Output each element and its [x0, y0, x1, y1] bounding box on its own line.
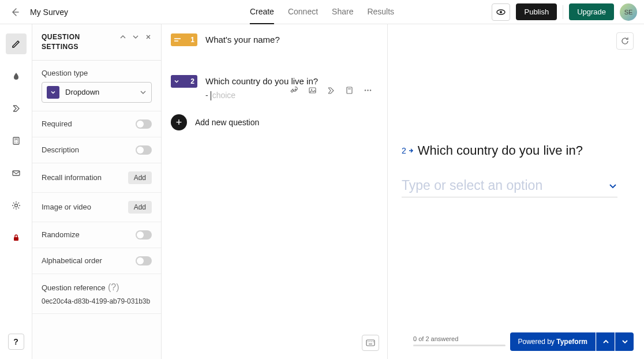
- media-label: Image or video: [42, 203, 91, 211]
- calculator-icon: [12, 136, 21, 145]
- svg-point-18: [367, 89, 368, 91]
- recall-label: Recall information: [42, 173, 102, 182]
- svg-point-21: [368, 341, 368, 342]
- svg-point-6: [14, 142, 16, 143]
- keyboard-icon: [366, 339, 375, 346]
- divider: [563, 5, 563, 19]
- rail-design-icon[interactable]: [6, 66, 27, 87]
- tab-share[interactable]: Share: [332, 0, 353, 24]
- chevron-down-icon: [608, 181, 617, 190]
- close-settings-button[interactable]: [144, 32, 153, 42]
- more-action[interactable]: [363, 85, 372, 95]
- svg-rect-10: [14, 237, 18, 241]
- svg-point-4: [14, 140, 16, 141]
- help-button[interactable]: ?: [8, 334, 24, 350]
- media-add-button[interactable]: Add: [128, 201, 152, 214]
- refresh-preview-button[interactable]: [616, 32, 634, 50]
- lock-icon: [12, 234, 20, 242]
- preview-question-number: 2: [402, 146, 414, 155]
- question-type-value: Dropdown: [65, 88, 140, 96]
- branch-icon: [327, 86, 335, 95]
- arrow-left-icon: [10, 8, 20, 17]
- svg-rect-8: [13, 171, 20, 175]
- rail-content-icon[interactable]: [6, 33, 27, 54]
- plus-icon: +: [171, 114, 187, 130]
- calculator-action[interactable]: [345, 85, 354, 95]
- dropdown-type-icon: [47, 86, 59, 99]
- svg-point-19: [369, 89, 370, 91]
- tab-connect[interactable]: Connect: [288, 0, 318, 24]
- image-icon: [308, 86, 317, 95]
- upgrade-button[interactable]: Upgrade: [569, 3, 614, 20]
- question-badge: 1: [171, 33, 197, 46]
- rail-settings-icon[interactable]: [6, 195, 27, 216]
- drop-icon: [12, 72, 21, 81]
- preview-dropdown-input[interactable]: Type or select an option: [402, 178, 617, 197]
- short-text-icon: [174, 37, 182, 43]
- sidebar-title: QUESTIONSETTINGS: [42, 32, 80, 52]
- branch-icon: [12, 104, 21, 113]
- dropdown-icon: [174, 78, 179, 84]
- preview-placeholder: Type or select an option: [402, 178, 542, 193]
- preview-prev-button[interactable]: [596, 332, 615, 351]
- svg-rect-2: [13, 137, 19, 144]
- pencil-icon: [11, 39, 21, 49]
- chevron-down-icon: [132, 33, 139, 40]
- powered-by-button[interactable]: Powered by Typeform: [510, 332, 596, 351]
- tab-create[interactable]: Create: [250, 0, 274, 24]
- keyboard-shortcuts-button[interactable]: [362, 335, 379, 351]
- envelope-icon: [12, 169, 21, 178]
- prev-question-button[interactable]: [118, 32, 128, 42]
- reference-help-icon[interactable]: (?): [108, 282, 119, 292]
- question-type-select[interactable]: Dropdown: [42, 82, 152, 103]
- svg-rect-20: [366, 340, 375, 346]
- rail-access-icon[interactable]: [6, 227, 27, 248]
- avatar[interactable]: SE: [620, 3, 637, 21]
- eye-icon: [496, 7, 506, 17]
- progress-bar: [413, 345, 506, 346]
- wrench-icon: [290, 86, 298, 95]
- image-action[interactable]: [308, 85, 317, 95]
- chevron-up-icon: [119, 33, 126, 40]
- svg-point-17: [364, 89, 365, 91]
- svg-point-7: [17, 142, 18, 143]
- settings-action[interactable]: [289, 85, 298, 95]
- publish-button[interactable]: Publish: [516, 3, 557, 20]
- logic-action[interactable]: [326, 85, 335, 95]
- back-button[interactable]: [7, 4, 23, 20]
- description-label: Description: [42, 145, 79, 154]
- required-toggle[interactable]: [136, 119, 152, 129]
- preview-next-button[interactable]: [615, 332, 634, 351]
- question-title[interactable]: What's your name?: [205, 35, 280, 44]
- rail-followups-icon[interactable]: [6, 163, 27, 184]
- reference-value: 0ec20c4a-d83b-4199-ab79-031b3b: [42, 297, 152, 305]
- gear-icon: [12, 201, 21, 210]
- preview-button[interactable]: [492, 3, 510, 21]
- chevron-down-icon: [621, 338, 629, 346]
- recall-add-button[interactable]: Add: [128, 171, 152, 184]
- svg-point-9: [14, 204, 17, 207]
- svg-point-23: [371, 341, 372, 342]
- randomize-label: Randomize: [42, 230, 80, 239]
- chevron-up-icon: [602, 338, 610, 346]
- add-question-button[interactable]: + Add new question: [171, 114, 378, 130]
- question-badge: 2: [171, 75, 197, 88]
- description-toggle[interactable]: [136, 145, 152, 155]
- alpha-toggle[interactable]: [136, 256, 152, 265]
- randomize-toggle[interactable]: [136, 230, 152, 240]
- svg-rect-15: [347, 87, 352, 94]
- required-label: Required: [42, 119, 72, 128]
- question-title[interactable]: Which country do you live in?: [205, 76, 318, 86]
- survey-title[interactable]: My Survey: [30, 8, 68, 17]
- close-icon: [145, 33, 152, 40]
- svg-point-14: [311, 89, 312, 90]
- tab-results[interactable]: Results: [367, 0, 394, 24]
- chevron-down-icon: [140, 89, 147, 96]
- rail-calculator-icon[interactable]: [6, 130, 27, 151]
- next-question-button[interactable]: [131, 32, 140, 42]
- rail-logic-icon[interactable]: [6, 98, 27, 119]
- arrow-right-icon: [407, 147, 414, 154]
- question-item-1[interactable]: 1 What's your name?: [171, 33, 378, 46]
- svg-point-5: [17, 140, 18, 141]
- option-input[interactable]: -choice: [205, 91, 318, 100]
